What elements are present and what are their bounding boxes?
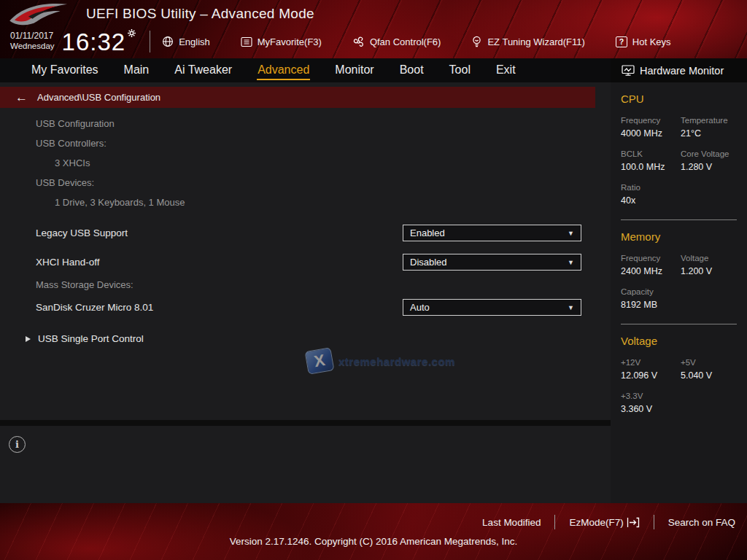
stat-value: 1.200 V (681, 266, 737, 276)
xhci-hand-off-row[interactable]: XHCI Hand-off Disabled ▼ (36, 254, 611, 271)
memory-section-title: Memory (621, 230, 737, 243)
gear-icon (127, 28, 136, 38)
stat-value: 40x (621, 195, 681, 206)
usb-devices-label: USB Devices: (36, 173, 611, 192)
tab-advanced[interactable]: Advanced (257, 61, 310, 80)
body-area: ← Advanced\USB Configuration USB Configu… (0, 82, 747, 503)
stat-value: 4000 MHz (621, 128, 681, 139)
language-label: English (179, 36, 210, 47)
hardware-monitor-panel: CPU Frequency 4000 MHz Temperature 21°C … (611, 82, 747, 503)
legacy-usb-support-row[interactable]: Legacy USB Support Enabled ▼ (36, 225, 611, 241)
memory-capacity-stat: Capacity 8192 MB (621, 287, 681, 310)
breadcrumb-path: Advanced\USB Configuration (37, 92, 160, 103)
stat-label: Capacity (621, 287, 681, 296)
voltage-stats-row: +12V 12.096 V +5V 5.040 V (621, 358, 737, 381)
time-display: 16:32 (62, 30, 137, 54)
mass-storage-heading: Mass Storage Devices: (36, 275, 611, 295)
hardware-monitor-title: Hardware Monitor (640, 65, 724, 77)
search-on-faq-button[interactable]: Search on FAQ (668, 517, 735, 528)
question-icon: ? (616, 36, 627, 47)
favorite-list-icon (241, 36, 252, 47)
cpu-section-title: CPU (621, 93, 737, 105)
voltage-section-title: Voltage (621, 335, 737, 347)
ez-tuning-wizard-label: EZ Tuning Wizard(F11) (487, 36, 584, 47)
stat-label: Core Voltage (681, 149, 737, 158)
header-toolbar: English MyFavorite(F3) Qfan Control (162, 36, 701, 48)
search-on-faq-label: Search on FAQ (668, 517, 735, 528)
memory-frequency-stat: Frequency 2400 MHz (621, 254, 681, 276)
chevron-down-icon: ▼ (568, 304, 574, 311)
tab-main[interactable]: Main (123, 61, 150, 80)
tab-boot[interactable]: Boot (399, 61, 425, 80)
rog-logo-icon (6, 0, 76, 28)
xhci-hand-off-dropdown[interactable]: Disabled ▼ (403, 254, 581, 271)
chevron-down-icon: ▼ (568, 230, 574, 237)
stat-value: 2400 MHz (621, 266, 681, 276)
help-panel: i (0, 426, 611, 503)
cpu-stats-row: Ratio 40x (621, 183, 737, 206)
breadcrumb: ← Advanced\USB Configuration (0, 87, 595, 108)
bios-screen: UEFI BIOS Utility – Advanced Mode 01/11/… (0, 0, 747, 560)
tab-my-favorites[interactable]: My Favorites (31, 61, 99, 80)
usb-single-port-control-label: USB Single Port Control (38, 333, 144, 344)
submenu-arrow-icon (26, 336, 31, 342)
sandisk-label: SanDisk Cruzer Micro 8.01 (36, 302, 403, 313)
time-value: 16:32 (62, 30, 126, 54)
usb-configuration-heading: USB Configuration (36, 114, 611, 133)
cpu-core-voltage-stat: Core Voltage 1.280 V (681, 149, 737, 172)
stat-value: 1.280 V (681, 162, 737, 172)
hardware-monitor-header: Hardware Monitor (611, 58, 747, 82)
globe-icon (162, 36, 174, 47)
legacy-usb-support-dropdown[interactable]: Enabled ▼ (403, 225, 581, 241)
date-display: 01/11/2017 Wednesday (10, 31, 55, 51)
hot-keys-button[interactable]: ? Hot Keys (616, 36, 671, 47)
cpu-temperature-stat: Temperature 21°C (681, 116, 737, 139)
fan-icon (352, 36, 365, 48)
legacy-usb-support-label: Legacy USB Support (36, 228, 403, 238)
sandisk-row[interactable]: SanDisk Cruzer Micro 8.01 Auto ▼ (36, 299, 611, 316)
wizard-bulb-icon (471, 36, 482, 48)
stat-value: 5.040 V (681, 370, 737, 381)
ezmode-button[interactable]: EzMode(F7) (569, 517, 639, 528)
weekday-value: Wednesday (10, 42, 55, 51)
usb-controllers-label: USB Controllers: (36, 133, 611, 153)
header-banner: UEFI BIOS Utility – Advanced Mode 01/11/… (0, 0, 747, 58)
tab-tool[interactable]: Tool (449, 61, 471, 80)
stat-value: 21°C (681, 128, 737, 139)
stat-value: 12.096 V (621, 370, 681, 381)
usb-controllers-value: 3 XHCIs (36, 153, 611, 173)
stat-value: 3.360 V (621, 404, 681, 414)
my-favorite-button[interactable]: MyFavorite(F3) (241, 36, 322, 47)
version-text: Version 2.17.1246. Copyright (C) 2016 Am… (0, 536, 747, 547)
footer-links: Last Modified EzMode(F7) Search on FAQ (0, 503, 747, 529)
clock-settings-button[interactable] (127, 28, 136, 38)
tab-exit[interactable]: Exit (495, 61, 516, 80)
stat-label: +5V (681, 358, 737, 367)
usb-devices-value: 1 Drive, 3 Keyboards, 1 Mouse (36, 192, 611, 212)
usb-single-port-control-item[interactable]: USB Single Port Control (26, 333, 611, 344)
legacy-usb-support-value: Enabled (410, 228, 568, 238)
footer: Last Modified EzMode(F7) Search on FAQ V… (0, 503, 747, 560)
ez-tuning-wizard-button[interactable]: EZ Tuning Wizard(F11) (471, 36, 584, 48)
sidebar-divider (621, 324, 737, 324)
voltage-stats-row: +3.3V 3.360 V (621, 392, 737, 414)
header-bottom-row: 01/11/2017 Wednesday 16:32 E (0, 25, 747, 58)
tab-ai-tweaker[interactable]: Ai Tweaker (174, 61, 233, 80)
ezmode-label: EzMode(F7) (569, 517, 623, 528)
memory-stats-row: Frequency 2400 MHz Voltage 1.200 V (621, 254, 737, 276)
last-modified-button[interactable]: Last Modified (482, 517, 541, 528)
memory-stats-row: Capacity 8192 MB (621, 287, 737, 310)
sidebar-divider (621, 219, 737, 220)
back-arrow-icon[interactable]: ← (15, 91, 28, 104)
sandisk-dropdown[interactable]: Auto ▼ (403, 299, 581, 316)
qfan-control-button[interactable]: Qfan Control(F6) (352, 36, 441, 48)
nav-bar: My Favorites Main Ai Tweaker Advanced Mo… (0, 58, 747, 82)
sandisk-value: Auto (410, 302, 568, 313)
stat-label: Ratio (621, 183, 681, 192)
stat-value: 100.0 MHz (621, 162, 681, 172)
language-button[interactable]: English (162, 36, 210, 47)
chevron-down-icon: ▼ (568, 259, 574, 266)
cpu-ratio-stat: Ratio 40x (621, 183, 681, 206)
cpu-bclk-stat: BCLK 100.0 MHz (621, 149, 681, 172)
tab-monitor[interactable]: Monitor (334, 61, 374, 80)
